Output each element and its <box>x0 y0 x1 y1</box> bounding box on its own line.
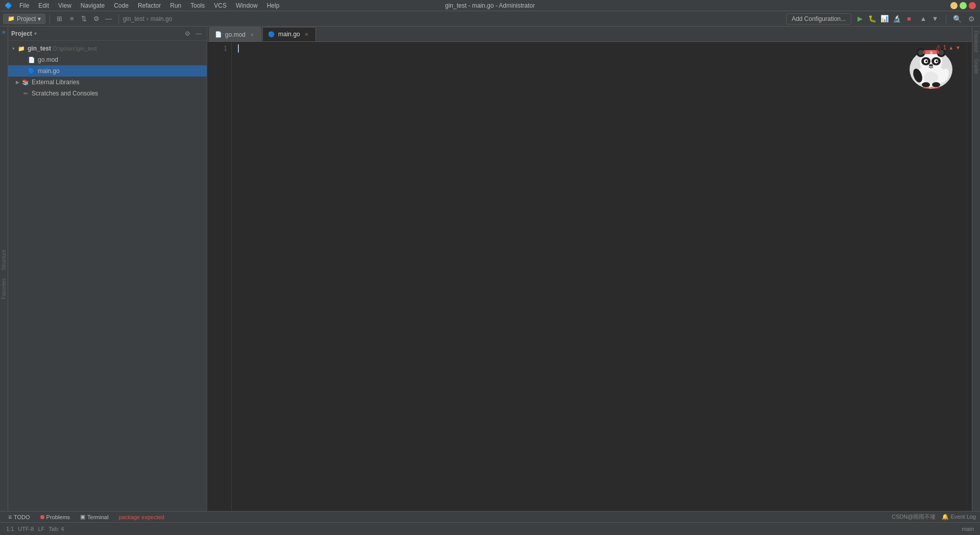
structure-label[interactable]: Structure <box>1 250 7 271</box>
settings-button[interactable]: ⚙ <box>91 13 102 25</box>
search-everywhere-button[interactable]: 🔍 <box>951 13 963 25</box>
menu-tools[interactable]: Tools <box>186 1 209 10</box>
run-button[interactable]: ▶ <box>854 13 866 25</box>
menu-refactor[interactable]: Refactor <box>134 1 165 10</box>
line-number-1: 1 <box>211 44 227 53</box>
status-bar: 1:1 UTF-8 LF Tab: 4 main <box>0 522 980 535</box>
sort-button[interactable]: ⇅ <box>79 13 90 25</box>
maximize-button[interactable]: □ <box>960 2 967 9</box>
event-log-link[interactable]: 🔔 Event Log <box>942 514 976 520</box>
tree-item-maingo[interactable]: ▶ 🔵 main.go <box>8 65 207 77</box>
project-panel-header: Project ▾ ⚙ — <box>8 27 207 41</box>
tab-maingo[interactable]: 🔵 main.go × <box>262 27 316 41</box>
git-branch: main <box>962 526 974 532</box>
tree-root[interactable]: ▾ 📁 gin_test D:\go\src\gin_test <box>8 43 207 54</box>
bottom-tab-todo[interactable]: ≡ TODO <box>4 512 34 523</box>
menu-help[interactable]: Help <box>263 1 284 10</box>
tree-item-gomod[interactable]: ▶ 📄 go.mod <box>8 54 207 65</box>
svg-point-4 <box>918 50 923 55</box>
nav-down-button[interactable]: ▼ <box>929 13 941 25</box>
project-icon[interactable]: ≡ <box>1 31 7 34</box>
error-nav-up[interactable]: ▲ <box>948 45 953 51</box>
project-panel: Project ▾ ⚙ — ▾ 📁 gin_test D:\go\src\gin… <box>8 27 207 511</box>
coverage-button[interactable]: 🔬 <box>891 13 902 25</box>
menu-view[interactable]: View <box>54 1 76 10</box>
collapse-all-button[interactable]: ≡ <box>66 13 78 25</box>
gomod-tab-icon: 📄 <box>215 31 222 38</box>
error-count: 1 <box>943 44 947 51</box>
code-area[interactable] <box>232 42 967 511</box>
menu-run[interactable]: Run <box>166 1 185 10</box>
editor-content[interactable]: 1 <box>207 42 972 511</box>
text-cursor <box>238 44 239 53</box>
gradle-label[interactable]: Gradle <box>973 57 979 76</box>
menu-navigate[interactable]: Navigate <box>77 1 109 10</box>
menu-window[interactable]: Window <box>232 1 262 10</box>
problems-dot <box>40 515 44 519</box>
window-controls: — □ ✕ <box>950 2 976 9</box>
bottom-tab-terminal[interactable]: ▣ Terminal <box>76 512 113 523</box>
menu-file[interactable]: File <box>15 1 33 10</box>
project-dropdown[interactable]: 📁 Project ▾ <box>3 14 45 24</box>
event-log-label: Event Log <box>950 514 976 520</box>
right-sidebar: Database Gradle <box>972 27 980 511</box>
panel-settings-btn[interactable]: ⚙ <box>182 29 192 39</box>
tree-item-external[interactable]: ▶ 📚 External Libraries <box>8 77 207 88</box>
run-controls: ▶ 🐛 📊 🔬 ■ <box>854 13 915 25</box>
settings-gear-button[interactable]: ⚙ <box>966 13 977 25</box>
expand-all-button[interactable]: ⊞ <box>54 13 65 25</box>
root-arrow: ▾ <box>10 45 16 52</box>
panel-chevron-icon[interactable]: ▾ <box>34 31 37 36</box>
title-bar: 🔷 File Edit View Navigate Code Refactor … <box>0 0 980 11</box>
gomod-tab-close[interactable]: × <box>249 31 256 38</box>
line-col-indicator: 1:1 <box>6 526 14 532</box>
toolbar-right: Add Configuration... ▶ 🐛 📊 🔬 ■ ▲ ▼ 🔍 ⚙ <box>786 13 977 25</box>
tree-item-scratches[interactable]: ▶ ✏ Scratches and Consoles <box>8 88 207 99</box>
stop-button[interactable]: ■ <box>903 13 915 25</box>
root-label: gin_test <box>28 45 51 52</box>
menu-vcs[interactable]: VCS <box>210 1 231 10</box>
svg-point-11 <box>925 60 927 62</box>
editor-scrollbar[interactable] <box>967 42 972 511</box>
close-button[interactable]: ✕ <box>969 2 976 9</box>
close-panel-button[interactable]: — <box>103 13 114 25</box>
bottom-tab-problems[interactable]: Problems <box>36 512 74 523</box>
external-arrow: ▶ <box>14 79 20 85</box>
maingo-file-icon: 🔵 <box>28 67 36 75</box>
terminal-icon: ▣ <box>80 514 85 520</box>
toolbar-separator-1 <box>50 14 50 23</box>
svg-point-12 <box>936 60 938 62</box>
svg-text:BARE BEARS: BARE BEARS <box>922 86 940 89</box>
menu-edit[interactable]: Edit <box>34 1 53 10</box>
panel-close-btn[interactable]: — <box>193 29 204 39</box>
database-label[interactable]: Database <box>973 29 979 55</box>
svg-text:英: 英 <box>929 51 933 54</box>
problems-label: Problems <box>46 514 70 520</box>
nav-up-button[interactable]: ▲ <box>918 13 929 25</box>
breadcrumb-file: main.go <box>151 15 173 22</box>
editor-gutter <box>207 42 211 511</box>
maingo-label: main.go <box>38 67 60 75</box>
encoding-indicator: UTF-8 <box>18 526 34 532</box>
debug-button[interactable]: 🐛 <box>867 13 878 25</box>
scratches-label: Scratches and Consoles <box>32 90 98 97</box>
bottom-right-area: CSDN@雨雨不垭 🔔 Event Log <box>892 513 976 521</box>
minimize-button[interactable]: — <box>950 2 958 9</box>
file-tree: ▾ 📁 gin_test D:\go\src\gin_test ▶ 📄 go.m… <box>8 41 207 511</box>
add-configuration-button[interactable]: Add Configuration... <box>786 13 851 25</box>
error-nav-down[interactable]: ▼ <box>955 45 961 51</box>
menu-code[interactable]: Code <box>110 1 133 10</box>
root-folder-icon: 📁 <box>17 44 26 53</box>
maingo-tab-close[interactable]: × <box>303 31 310 38</box>
main-layout: ≡ ◈ ☆ Project ▾ ⚙ — ▾ 📁 gin_test D:\go\s… <box>0 27 980 511</box>
nav-arrows: ▲ ▼ <box>918 13 941 25</box>
favorites-label[interactable]: Favorites <box>1 278 7 299</box>
profile-button[interactable]: 📊 <box>879 13 890 25</box>
maingo-tab-label: main.go <box>278 31 300 38</box>
toolbar-separator-2 <box>118 14 119 23</box>
root-path: D:\go\src\gin_test <box>53 45 97 52</box>
gomod-tab-label: go.mod <box>225 31 246 38</box>
error-icon: ⚠ <box>936 44 941 51</box>
window-title: gin_test - main.go - Administrator <box>445 2 535 9</box>
tab-gomod[interactable]: 📄 go.mod × <box>209 27 261 41</box>
